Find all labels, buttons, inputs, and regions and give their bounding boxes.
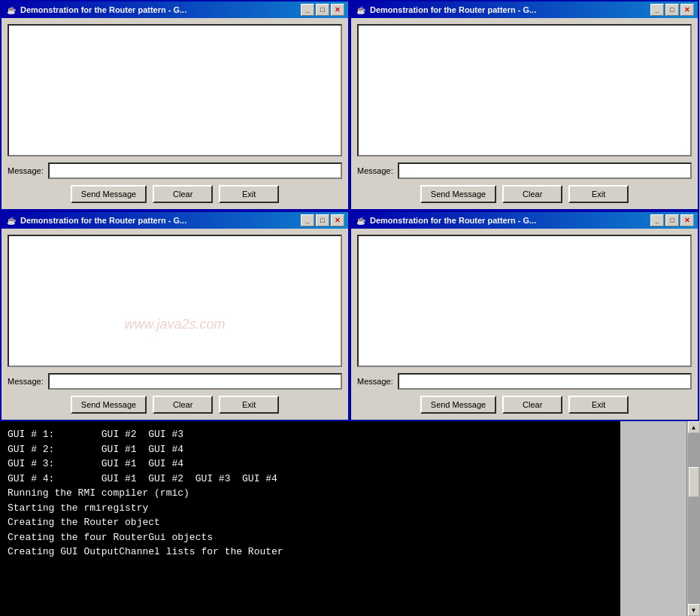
scroll-up-btn[interactable]: ▲ bbox=[688, 421, 700, 433]
close-btn-1[interactable]: ✕ bbox=[331, 4, 344, 16]
exit-btn-2[interactable]: Exit bbox=[568, 185, 629, 203]
maximize-btn-1[interactable]: □ bbox=[316, 4, 329, 16]
message-label-2: Message: bbox=[357, 166, 393, 175]
titlebar-buttons-1: _ □ ✕ bbox=[301, 4, 344, 16]
message-row-4: Message: bbox=[357, 373, 692, 390]
titlebar-3: ☕ Demonstration for the Router pattern -… bbox=[2, 212, 348, 229]
java-icon-1: ☕ bbox=[5, 4, 17, 16]
scroll-thumb[interactable] bbox=[689, 467, 699, 497]
message-area-3[interactable] bbox=[8, 235, 342, 367]
titlebar-buttons-3: _ □ ✕ bbox=[301, 214, 344, 226]
console-line: GUI # 3: GUI #1 GUI #4 bbox=[8, 457, 613, 472]
send-message-btn-3[interactable]: Send Message bbox=[71, 396, 147, 414]
send-message-btn-1[interactable]: Send Message bbox=[71, 185, 147, 203]
message-input-1[interactable] bbox=[48, 162, 342, 179]
scroll-down-btn[interactable]: ▼ bbox=[688, 604, 700, 616]
console-line: Running the RMI compiler (rmic) bbox=[8, 486, 613, 501]
titlebar-left-4: ☕ Demonstration for the Router pattern -… bbox=[355, 214, 536, 226]
clear-btn-2[interactable]: Clear bbox=[502, 185, 562, 203]
titlebar-left-3: ☕ Demonstration for the Router pattern -… bbox=[5, 214, 186, 226]
console-line: Starting the rmiregistry bbox=[8, 501, 613, 516]
console-line: Creating the Router object bbox=[8, 515, 613, 530]
titlebar-4: ☕ Demonstration for the Router pattern -… bbox=[351, 212, 698, 229]
minimize-btn-2[interactable]: _ bbox=[650, 4, 664, 16]
window-content-3: www.java2s.com Message: Send Message Cle… bbox=[2, 229, 348, 420]
titlebar-title-1: Demonstration for the Router pattern - G… bbox=[20, 5, 186, 14]
message-label-4: Message: bbox=[357, 377, 393, 386]
exit-btn-1[interactable]: Exit bbox=[219, 185, 279, 203]
message-input-4[interactable] bbox=[398, 373, 692, 390]
message-input-2[interactable] bbox=[398, 162, 692, 179]
titlebar-buttons-2: _ □ ✕ bbox=[650, 4, 694, 16]
minimize-btn-1[interactable]: _ bbox=[301, 4, 314, 16]
clear-btn-4[interactable]: Clear bbox=[502, 396, 562, 414]
maximize-btn-4[interactable]: □ bbox=[665, 214, 679, 226]
button-row-4: Send Message Clear Exit bbox=[357, 396, 692, 414]
message-label-1: Message: bbox=[8, 166, 44, 175]
console-line: Creating the four RouterGui objects bbox=[8, 530, 613, 545]
console-line: GUI # 1: GUI #2 GUI #3 bbox=[8, 427, 613, 442]
minimize-btn-4[interactable]: _ bbox=[650, 214, 664, 226]
window-4: ☕ Demonstration for the Router pattern -… bbox=[350, 211, 699, 421]
window-3: ☕ Demonstration for the Router pattern -… bbox=[0, 211, 350, 421]
window-2: ☕ Demonstration for the Router pattern -… bbox=[350, 0, 699, 211]
button-row-1: Send Message Clear Exit bbox=[8, 185, 342, 203]
message-row-2: Message: bbox=[357, 162, 692, 179]
console-line: Creating GUI OutputChannel lists for the… bbox=[8, 545, 613, 560]
window-content-1: Message: Send Message Clear Exit bbox=[2, 18, 348, 209]
exit-btn-3[interactable]: Exit bbox=[219, 396, 279, 414]
minimize-btn-3[interactable]: _ bbox=[301, 214, 314, 226]
java-icon-2: ☕ bbox=[355, 4, 367, 16]
clear-btn-1[interactable]: Clear bbox=[153, 185, 213, 203]
message-input-3[interactable] bbox=[48, 373, 342, 390]
message-area-2[interactable] bbox=[357, 24, 692, 156]
titlebar-buttons-4: _ □ ✕ bbox=[650, 214, 694, 226]
exit-btn-4[interactable]: Exit bbox=[568, 396, 629, 414]
button-row-3: Send Message Clear Exit bbox=[8, 396, 342, 414]
window-1: ☕ Demonstration for the Router pattern -… bbox=[0, 0, 350, 211]
send-message-btn-2[interactable]: Send Message bbox=[420, 185, 496, 203]
message-area-1[interactable] bbox=[8, 24, 342, 156]
message-row-3: Message: bbox=[8, 373, 342, 390]
window-content-4: Message: Send Message Clear Exit bbox=[351, 229, 698, 420]
message-area-4[interactable] bbox=[357, 235, 692, 367]
message-label-3: Message: bbox=[8, 377, 44, 386]
console-line: GUI # 4: GUI #1 GUI #2 GUI #3 GUI #4 bbox=[8, 472, 613, 487]
titlebar-title-4: Demonstration for the Router pattern - G… bbox=[370, 216, 536, 225]
titlebar-title-3: Demonstration for the Router pattern - G… bbox=[20, 216, 186, 225]
titlebar-left-2: ☕ Demonstration for the Router pattern -… bbox=[355, 4, 536, 16]
titlebar-left-1: ☕ Demonstration for the Router pattern -… bbox=[5, 4, 186, 16]
message-row-1: Message: bbox=[8, 162, 342, 179]
right-panel: ▲ ▼ bbox=[620, 421, 700, 616]
button-row-2: Send Message Clear Exit bbox=[357, 185, 692, 203]
close-btn-4[interactable]: ✕ bbox=[680, 214, 694, 226]
titlebar-2: ☕ Demonstration for the Router pattern -… bbox=[351, 2, 698, 18]
clear-btn-3[interactable]: Clear bbox=[153, 396, 213, 414]
maximize-btn-3[interactable]: □ bbox=[316, 214, 329, 226]
java-icon-4: ☕ bbox=[355, 214, 367, 226]
console-output: GUI # 1: GUI #2 GUI #3GUI # 2: GUI #1 GU… bbox=[0, 421, 620, 616]
scroll-track[interactable] bbox=[688, 433, 700, 604]
titlebar-title-2: Demonstration for the Router pattern - G… bbox=[370, 5, 536, 14]
window-content-2: Message: Send Message Clear Exit bbox=[351, 18, 698, 209]
close-btn-2[interactable]: ✕ bbox=[680, 4, 694, 16]
send-message-btn-4[interactable]: Send Message bbox=[420, 396, 496, 414]
scrollbar[interactable]: ▲ ▼ bbox=[686, 421, 700, 616]
maximize-btn-2[interactable]: □ bbox=[665, 4, 679, 16]
titlebar-1: ☕ Demonstration for the Router pattern -… bbox=[2, 2, 348, 18]
java-icon-3: ☕ bbox=[5, 214, 17, 226]
close-btn-3[interactable]: ✕ bbox=[331, 214, 344, 226]
console-line: GUI # 2: GUI #1 GUI #4 bbox=[8, 442, 613, 457]
